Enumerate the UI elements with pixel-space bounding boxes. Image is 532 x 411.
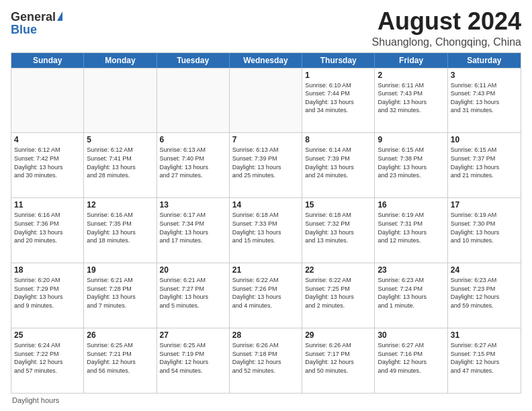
day-number: 2	[378, 71, 444, 80]
day-header-monday: Monday	[84, 53, 157, 68]
subtitle: Shuanglong, Chongqing, China	[372, 36, 521, 48]
day-info: Sunrise: 6:23 AM Sunset: 7:24 PM Dayligh…	[378, 276, 444, 310]
day-number: 16	[378, 200, 444, 210]
footer-daylight-label: Daylight hours	[12, 396, 59, 404]
day-number: 27	[160, 330, 226, 340]
day-number: 5	[87, 135, 153, 144]
day-number: 25	[14, 330, 81, 340]
day-cell-1: 1Sunrise: 6:10 AM Sunset: 7:44 PM Daylig…	[302, 68, 375, 133]
day-number: 28	[232, 330, 299, 340]
calendar: SundayMondayTuesdayWednesdayThursdayFrid…	[11, 52, 521, 394]
day-number: 29	[305, 330, 371, 340]
day-cell-empty	[11, 68, 84, 133]
day-cell-14: 14Sunrise: 6:18 AM Sunset: 7:33 PM Dayli…	[230, 198, 302, 263]
day-header-thursday: Thursday	[302, 53, 375, 68]
logo-blue: Blue	[11, 23, 37, 37]
week-row-1: 1Sunrise: 6:10 AM Sunset: 7:44 PM Daylig…	[11, 68, 521, 133]
day-number: 3	[451, 71, 518, 80]
day-info: Sunrise: 6:10 AM Sunset: 7:44 PM Dayligh…	[305, 81, 371, 115]
day-info: Sunrise: 6:18 AM Sunset: 7:33 PM Dayligh…	[232, 211, 299, 244]
day-info: Sunrise: 6:19 AM Sunset: 7:30 PM Dayligh…	[451, 211, 518, 244]
day-number: 8	[305, 135, 371, 144]
day-info: Sunrise: 6:26 AM Sunset: 7:18 PM Dayligh…	[232, 341, 299, 375]
title-block: August 2024 Shuanglong, Chongqing, China	[372, 8, 521, 48]
day-cell-28: 28Sunrise: 6:26 AM Sunset: 7:18 PM Dayli…	[230, 328, 302, 393]
day-info: Sunrise: 6:16 AM Sunset: 7:35 PM Dayligh…	[87, 211, 153, 244]
day-cell-15: 15Sunrise: 6:18 AM Sunset: 7:32 PM Dayli…	[302, 198, 375, 263]
day-header-wednesday: Wednesday	[230, 53, 302, 68]
day-number: 22	[305, 265, 371, 275]
week-row-3: 11Sunrise: 6:16 AM Sunset: 7:36 PM Dayli…	[11, 197, 521, 263]
day-number: 18	[14, 265, 81, 275]
day-cell-7: 7Sunrise: 6:13 AM Sunset: 7:39 PM Daylig…	[230, 133, 302, 197]
day-cell-24: 24Sunrise: 6:23 AM Sunset: 7:23 PM Dayli…	[448, 263, 521, 328]
calendar-header: SundayMondayTuesdayWednesdayThursdayFrid…	[11, 53, 521, 68]
week-row-4: 18Sunrise: 6:20 AM Sunset: 7:29 PM Dayli…	[11, 263, 521, 328]
logo: General Blue	[11, 11, 62, 37]
calendar-body: 1Sunrise: 6:10 AM Sunset: 7:44 PM Daylig…	[11, 68, 521, 393]
day-number: 4	[14, 135, 81, 144]
day-cell-empty	[84, 68, 157, 133]
logo-triangle-icon	[57, 11, 62, 21]
day-cell-22: 22Sunrise: 6:22 AM Sunset: 7:25 PM Dayli…	[302, 263, 375, 328]
day-cell-2: 2Sunrise: 6:11 AM Sunset: 7:43 PM Daylig…	[375, 68, 447, 133]
day-number: 17	[451, 200, 518, 210]
day-cell-4: 4Sunrise: 6:12 AM Sunset: 7:42 PM Daylig…	[11, 133, 84, 197]
day-number: 6	[160, 135, 226, 144]
day-info: Sunrise: 6:17 AM Sunset: 7:34 PM Dayligh…	[160, 211, 226, 244]
day-number: 15	[305, 200, 371, 210]
day-info: Sunrise: 6:18 AM Sunset: 7:32 PM Dayligh…	[305, 211, 371, 244]
day-info: Sunrise: 6:22 AM Sunset: 7:25 PM Dayligh…	[305, 276, 371, 310]
day-header-friday: Friday	[375, 53, 447, 68]
day-info: Sunrise: 6:24 AM Sunset: 7:22 PM Dayligh…	[14, 341, 81, 375]
day-info: Sunrise: 6:15 AM Sunset: 7:38 PM Dayligh…	[378, 146, 444, 179]
day-number: 23	[378, 265, 444, 275]
day-cell-8: 8Sunrise: 6:14 AM Sunset: 7:39 PM Daylig…	[302, 133, 375, 197]
day-cell-27: 27Sunrise: 6:25 AM Sunset: 7:19 PM Dayli…	[157, 328, 230, 393]
day-cell-25: 25Sunrise: 6:24 AM Sunset: 7:22 PM Dayli…	[11, 328, 84, 393]
day-cell-18: 18Sunrise: 6:20 AM Sunset: 7:29 PM Dayli…	[11, 263, 84, 328]
day-number: 20	[160, 265, 226, 275]
day-cell-23: 23Sunrise: 6:23 AM Sunset: 7:24 PM Dayli…	[375, 263, 447, 328]
day-info: Sunrise: 6:20 AM Sunset: 7:29 PM Dayligh…	[14, 276, 81, 310]
day-number: 9	[378, 135, 444, 144]
day-cell-31: 31Sunrise: 6:27 AM Sunset: 7:15 PM Dayli…	[448, 328, 521, 393]
day-cell-12: 12Sunrise: 6:16 AM Sunset: 7:35 PM Dayli…	[84, 198, 157, 263]
day-info: Sunrise: 6:22 AM Sunset: 7:26 PM Dayligh…	[232, 276, 299, 310]
day-info: Sunrise: 6:19 AM Sunset: 7:31 PM Dayligh…	[378, 211, 444, 244]
day-cell-21: 21Sunrise: 6:22 AM Sunset: 7:26 PM Dayli…	[230, 263, 302, 328]
day-cell-17: 17Sunrise: 6:19 AM Sunset: 7:30 PM Dayli…	[448, 198, 521, 263]
page: General Blue August 2024 Shuanglong, Cho…	[0, 0, 532, 411]
day-info: Sunrise: 6:11 AM Sunset: 7:43 PM Dayligh…	[378, 81, 444, 115]
day-info: Sunrise: 6:27 AM Sunset: 7:15 PM Dayligh…	[451, 341, 518, 375]
day-number: 30	[378, 330, 444, 340]
day-info: Sunrise: 6:25 AM Sunset: 7:21 PM Dayligh…	[87, 341, 153, 375]
day-cell-20: 20Sunrise: 6:21 AM Sunset: 7:27 PM Dayli…	[157, 263, 230, 328]
day-info: Sunrise: 6:25 AM Sunset: 7:19 PM Dayligh…	[160, 341, 226, 375]
day-cell-16: 16Sunrise: 6:19 AM Sunset: 7:31 PM Dayli…	[375, 198, 447, 263]
day-cell-30: 30Sunrise: 6:27 AM Sunset: 7:16 PM Dayli…	[375, 328, 447, 393]
day-info: Sunrise: 6:15 AM Sunset: 7:37 PM Dayligh…	[451, 146, 518, 179]
day-cell-10: 10Sunrise: 6:15 AM Sunset: 7:37 PM Dayli…	[448, 133, 521, 197]
day-info: Sunrise: 6:16 AM Sunset: 7:36 PM Dayligh…	[14, 211, 81, 244]
day-info: Sunrise: 6:21 AM Sunset: 7:28 PM Dayligh…	[87, 276, 153, 310]
day-cell-empty	[157, 68, 230, 133]
day-cell-13: 13Sunrise: 6:17 AM Sunset: 7:34 PM Dayli…	[157, 198, 230, 263]
day-cell-empty	[230, 68, 302, 133]
day-cell-9: 9Sunrise: 6:15 AM Sunset: 7:38 PM Daylig…	[375, 133, 447, 197]
day-number: 24	[451, 265, 518, 275]
day-number: 7	[232, 135, 299, 144]
week-row-5: 25Sunrise: 6:24 AM Sunset: 7:22 PM Dayli…	[11, 328, 521, 393]
day-info: Sunrise: 6:13 AM Sunset: 7:39 PM Dayligh…	[232, 146, 299, 179]
logo-general: General	[11, 11, 56, 23]
footer: Daylight hours	[11, 396, 521, 404]
main-title: August 2024	[372, 8, 521, 35]
day-info: Sunrise: 6:12 AM Sunset: 7:42 PM Dayligh…	[14, 146, 81, 179]
day-number: 31	[451, 330, 518, 340]
day-info: Sunrise: 6:14 AM Sunset: 7:39 PM Dayligh…	[305, 146, 371, 179]
day-cell-11: 11Sunrise: 6:16 AM Sunset: 7:36 PM Dayli…	[11, 198, 84, 263]
week-row-2: 4Sunrise: 6:12 AM Sunset: 7:42 PM Daylig…	[11, 132, 521, 197]
day-number: 13	[160, 200, 226, 210]
day-cell-3: 3Sunrise: 6:11 AM Sunset: 7:43 PM Daylig…	[448, 68, 521, 133]
day-cell-29: 29Sunrise: 6:26 AM Sunset: 7:17 PM Dayli…	[302, 328, 375, 393]
